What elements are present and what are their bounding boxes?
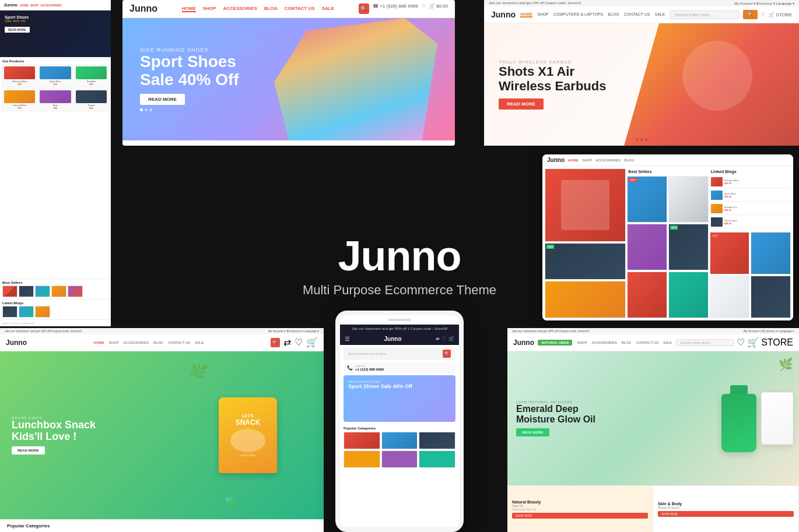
tr-hero-content: TRULY WIRELESS EARBUD Shots X1 Air Wirel… — [484, 48, 621, 121]
phone-categories: Popular Categories — [340, 424, 459, 470]
phone-cat-item — [419, 450, 455, 468]
screenshot-bot-right: Join our showroom and get 10% off Coupon… — [507, 328, 799, 532]
tablet-list-item: Trainer Boot $89.00 — [710, 216, 791, 228]
tl-row-item — [19, 286, 34, 297]
br-bottom-cards: Natural Beauty Face Oil Clarifying Face … — [507, 485, 799, 532]
tl-nav: HOME SHOP ACCESSORIES — [20, 3, 62, 7]
runner-decoration — [274, 18, 437, 140]
tablet-list-item: Sport Shoe $79.00 — [710, 189, 791, 202]
tablet-badge: -40% — [670, 226, 678, 230]
tablet-cell — [627, 272, 667, 318]
br-card-2-btn[interactable]: SHOP NOW — [658, 511, 794, 517]
bl-header: Junno HOME SHOP ACCESSORIES BLOG CONTACT… — [0, 334, 324, 351]
screenshot-bot-center-phone: Join our showroom and get 50% off 1 Coup… — [335, 311, 464, 532]
tablet-inner: Junno HOME SHOP ACCESSORIES BLOG — [542, 154, 793, 320]
brand-subtitle: Multi Purpose Ecommerce Theme — [303, 283, 496, 298]
tablet-cell: NEW — [545, 243, 626, 280]
tr-icons-group: Search entire store... 🔍 ♡ 🛒 STORE — [670, 10, 792, 19]
tablet-cell — [710, 276, 750, 318]
tl-product-img — [40, 90, 71, 103]
screenshot-top-left: Junno HOME SHOP ACCESSORIES Sport Shoes … — [0, 0, 111, 326]
br-nav-btn[interactable]: NATURAL HERB — [538, 340, 572, 346]
tr-model-person — [659, 23, 787, 146]
tl-row-item — [19, 306, 34, 318]
tr-nav: HOME SHOP COMPUTERS & LAPTOPS BLOG CONTA… — [520, 12, 665, 17]
tablet-cell: -40% — [668, 224, 709, 270]
tablet-cell — [751, 232, 791, 274]
br-header: Junno NATURAL HERB SHOP ACCESSORIES BLOG… — [507, 334, 799, 351]
br-card-1-btn[interactable]: SHOP NOW — [512, 513, 648, 519]
tc-hero-btn[interactable]: READ MORE — [140, 94, 185, 105]
bl-hero-title: Lunchbox Snack Kids'll Love ! — [12, 420, 96, 443]
tr-hero-btn[interactable]: READ MORE — [499, 98, 544, 110]
tablet-section-title: Best Sellers — [627, 168, 708, 175]
phone-inner: Join our showroom and get 50% off 1 Coup… — [340, 315, 459, 527]
tr-search-btn[interactable]: 🔍 — [743, 10, 758, 19]
bl-categories-title: Popular Categories — [7, 523, 317, 529]
br-hero: 100% NATURAL SKINCARE Emerald Deep Moist… — [507, 351, 799, 485]
tablet-linked-blogs-title: Linked Blogs — [710, 168, 791, 175]
tl-hero-title: Sale 40% Off — [5, 19, 106, 23]
tl-products: Get Products Running Shoe $59 Sport Shoe… — [0, 57, 111, 279]
tl-product-item: Casual Shoe $39 — [2, 89, 37, 111]
tablet-content: NEW Best Sellers SALE -40% — [542, 166, 793, 320]
phone-topbar: Join our showroom and get 50% off 1 Coup… — [340, 325, 459, 333]
tablet-badge: HOT — [712, 234, 719, 238]
tl-product-img — [4, 90, 35, 103]
tl-hero-btn[interactable]: READ MORE — [5, 27, 30, 33]
tr-hero: TRULY WIRELESS EARBUD Shots X1 Air Wirel… — [484, 23, 799, 146]
br-topbar: Join our showroom and get 10% off Coupon… — [507, 328, 799, 334]
tc-search-btn[interactable]: 🔍 — [359, 3, 369, 14]
tl-products-title: Get Products — [2, 59, 108, 63]
tl-hero-eyebrow: Sport Shoes — [5, 15, 106, 19]
center-branding: Junno Multi Purpose Ecommerce Theme — [303, 235, 496, 298]
tablet-logo: Junno — [547, 157, 565, 163]
br-bottle-2 — [761, 392, 793, 445]
phone-search-bar[interactable]: Search entire store here... 🔍 — [344, 347, 455, 360]
screenshot-top-right: Join our showroom and get 10% off Coupon… — [484, 0, 799, 146]
tl-section-latest: Latest Blogs — [0, 299, 111, 319]
main-container: Junno Multi Purpose Ecommerce Theme Junn… — [0, 0, 799, 532]
tablet-cell: SALE — [627, 176, 667, 223]
tl-product-item: Boot $89 — [38, 89, 72, 111]
phone-categories-title: Popular Categories — [344, 427, 455, 430]
bl-topbar: Join our showroom and get 10% off Coupon… — [0, 328, 324, 334]
bl-search-btn[interactable]: 🔍 — [271, 338, 280, 347]
tl-product-img — [40, 66, 71, 79]
tablet-list-item: Sneaker Pro $49.00 — [710, 203, 791, 215]
tr-logo: Junno — [491, 10, 516, 19]
bl-header-icons: 🔍 ⇄ ♡ 🛒 — [271, 337, 318, 348]
bl-bottom: Popular Categories — [0, 519, 324, 532]
tablet-cell — [545, 281, 626, 318]
screenshot-mid-right-tablet: Junno HOME SHOP ACCESSORIES BLOG — [542, 154, 793, 320]
phone-callout: 📞 Call Us: +1 (123) 888 9999 — [344, 362, 455, 373]
sale-badge: SALE — [629, 178, 637, 182]
br-card-1: Natural Beauty Face Oil Clarifying Face … — [507, 485, 653, 532]
tl-footer-logos: Junno ● Visa ● Mastercard — [0, 319, 111, 326]
br-search-input[interactable]: Search entire store... — [676, 339, 734, 346]
tr-search-bar[interactable]: Search entire store... — [670, 10, 740, 19]
bl-snack-package: LET'S SNACK radish chips — [219, 397, 277, 473]
tl-row-item — [35, 286, 50, 297]
tl-product-grid: Running Shoe $59 Sport Shoe $79 Sneaker … — [2, 65, 108, 111]
phone-header-icons: ⇄ ♡ 🛒 — [436, 336, 454, 341]
bl-hero-btn[interactable]: READ MORE — [12, 446, 45, 455]
br-hero-title: Emerald Deep Moisture Glow Oil — [516, 404, 595, 424]
tablet-col-1: NEW — [545, 168, 626, 318]
tablet-list-item: Running Shoe $59.00 — [710, 176, 791, 188]
phone-cat-item — [344, 432, 380, 449]
bl-nav: HOME SHOP ACCESSORIES BLOG CONTACT US SA… — [94, 341, 204, 344]
tl-row-item — [2, 286, 17, 297]
tc-logo: Junno — [129, 3, 157, 14]
bl-hero: NACHO CHIPS Lunchbox Snack Kids'll Love … — [0, 351, 324, 519]
tablet-cell — [545, 168, 626, 242]
tr-header: Junno HOME SHOP COMPUTERS & LAPTOPS BLOG… — [484, 6, 799, 23]
leaf-deco: 🌿 — [779, 357, 793, 371]
phone-search-submit[interactable]: 🔍 — [443, 350, 451, 358]
tc-hero: NIKE RUNNING SHOES Sport Shoes Sale 40% … — [122, 18, 455, 140]
tablet-cell — [668, 272, 709, 318]
br-hero-btn[interactable]: READ MORE — [516, 428, 549, 436]
bl-hero-content: NACHO CHIPS Lunchbox Snack Kids'll Love … — [12, 416, 96, 455]
br-card-2: Skin & Body Beauty Products SHOP NOW — [653, 485, 799, 532]
tl-row-item — [68, 286, 83, 297]
